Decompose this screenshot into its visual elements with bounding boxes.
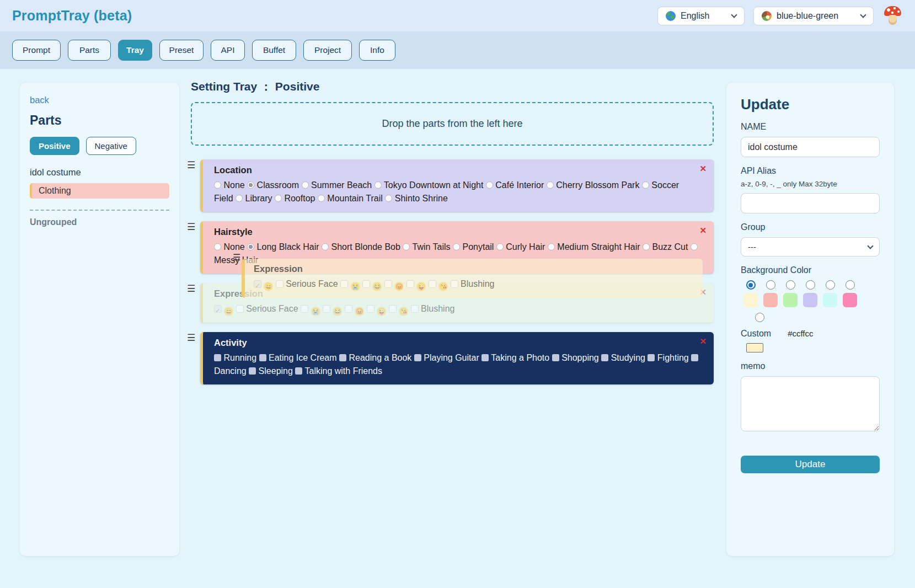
- checkbox-icon[interactable]: [601, 354, 608, 361]
- checkbox-icon[interactable]: [414, 354, 421, 361]
- remove-card-icon[interactable]: ✕: [699, 164, 707, 174]
- checkbox-icon[interactable]: [340, 280, 348, 288]
- theme-select[interactable]: blue-blue-green: [753, 7, 874, 25]
- memo-textarea[interactable]: [741, 376, 880, 431]
- radio-icon[interactable]: [247, 181, 254, 189]
- option[interactable]: None: [214, 180, 245, 190]
- part-item[interactable]: Clothing: [30, 183, 169, 199]
- positive-button[interactable]: Positive: [30, 137, 79, 155]
- option[interactable]: 😡: [345, 304, 364, 313]
- checkbox-icon[interactable]: [481, 354, 489, 361]
- option[interactable]: 😜: [406, 279, 426, 288]
- option[interactable]: Running: [214, 353, 256, 362]
- bg-color-radio[interactable]: [846, 280, 855, 290]
- option[interactable]: Shinto Shrine: [385, 194, 448, 203]
- option[interactable]: Sleeping: [249, 366, 293, 376]
- option[interactable]: Serious Face: [276, 279, 338, 288]
- checkbox-icon[interactable]: [339, 354, 346, 361]
- option[interactable]: Shopping: [552, 353, 599, 362]
- back-link[interactable]: back: [30, 95, 169, 105]
- option[interactable]: Fighting: [648, 353, 688, 362]
- drag-handle-icon[interactable]: ☰: [187, 333, 195, 343]
- radio-icon[interactable]: [214, 181, 221, 189]
- checkbox-icon[interactable]: [214, 354, 221, 361]
- checkbox-icon[interactable]: [301, 305, 308, 313]
- option[interactable]: Blushing: [451, 279, 495, 288]
- option[interactable]: 😄: [214, 304, 233, 313]
- radio-icon[interactable]: [548, 243, 555, 250]
- radio-icon[interactable]: [691, 243, 698, 250]
- radio-icon[interactable]: [322, 243, 329, 250]
- option[interactable]: Playing Guitar: [414, 353, 479, 362]
- checkbox-icon[interactable]: [236, 305, 244, 313]
- drag-handle-icon[interactable]: ☰: [187, 222, 195, 232]
- radio-icon[interactable]: [247, 243, 254, 250]
- radio-icon[interactable]: [547, 181, 554, 189]
- radio-icon[interactable]: [642, 181, 649, 189]
- checkbox-icon[interactable]: [552, 354, 559, 361]
- option[interactable]: 😂: [323, 304, 342, 313]
- checkbox-icon[interactable]: [345, 305, 352, 313]
- tab-parts[interactable]: Parts: [68, 40, 111, 61]
- option[interactable]: Mountain Trail: [318, 194, 383, 203]
- drag-handle-icon[interactable]: ☰: [187, 161, 195, 170]
- bg-color-radio[interactable]: [806, 280, 815, 290]
- radio-icon[interactable]: [403, 243, 410, 250]
- option[interactable]: Summer Beach: [302, 180, 372, 190]
- checkbox-icon[interactable]: [451, 280, 458, 288]
- radio-icon[interactable]: [643, 243, 650, 250]
- checkbox-icon[interactable]: [429, 280, 436, 288]
- radio-icon[interactable]: [302, 181, 309, 189]
- checkbox-icon[interactable]: [367, 305, 374, 313]
- checkbox-icon[interactable]: [295, 367, 302, 375]
- option[interactable]: Cherry Blossom Park: [547, 180, 640, 190]
- option[interactable]: None: [214, 242, 245, 252]
- option[interactable]: 😂: [362, 279, 382, 288]
- checkbox-icon[interactable]: [276, 280, 283, 288]
- name-input[interactable]: [741, 137, 880, 157]
- option[interactable]: Medium Straight Hair: [548, 242, 640, 252]
- custom-color-radio[interactable]: [755, 313, 764, 322]
- option[interactable]: Taking a Photo: [481, 353, 549, 362]
- group-select[interactable]: ---: [741, 237, 880, 256]
- api-alias-input[interactable]: [741, 193, 880, 213]
- tab-info[interactable]: Info: [359, 40, 395, 61]
- bg-color-radio[interactable]: [786, 280, 795, 290]
- tab-preset[interactable]: Preset: [159, 40, 204, 61]
- radio-icon[interactable]: [385, 195, 392, 202]
- option[interactable]: Buzz Cut: [643, 242, 688, 252]
- option[interactable]: 😘: [429, 279, 448, 288]
- bg-color-swatch[interactable]: [803, 293, 817, 307]
- option[interactable]: 😄: [254, 279, 273, 288]
- tab-api[interactable]: API: [211, 40, 245, 61]
- drag-handle-icon[interactable]: ☰: [233, 252, 240, 263]
- checkbox-icon[interactable]: [259, 354, 266, 361]
- option[interactable]: Tokyo Downtown at Night: [374, 180, 484, 190]
- bg-color-swatch[interactable]: [783, 293, 798, 307]
- checkbox-icon[interactable]: [384, 280, 392, 288]
- checkbox-icon[interactable]: [362, 280, 370, 288]
- radio-icon[interactable]: [486, 181, 493, 189]
- option[interactable]: Short Blonde Bob: [322, 242, 400, 252]
- bg-color-swatch[interactable]: [843, 293, 857, 307]
- option[interactable]: Classroom: [247, 180, 299, 190]
- radio-icon[interactable]: [453, 243, 460, 250]
- bg-color-swatch[interactable]: [743, 293, 758, 307]
- checkbox-icon[interactable]: [254, 280, 261, 288]
- option[interactable]: Talking with Friends: [295, 366, 382, 376]
- update-button[interactable]: Update: [741, 456, 880, 473]
- radio-icon[interactable]: [496, 243, 504, 250]
- radio-icon[interactable]: [374, 181, 382, 189]
- radio-icon[interactable]: [214, 243, 221, 250]
- custom-color-swatch[interactable]: [746, 343, 763, 352]
- bg-color-swatch[interactable]: [823, 293, 837, 307]
- option[interactable]: Long Black Hair: [247, 242, 319, 252]
- option[interactable]: Studying: [601, 353, 645, 362]
- drag-handle-icon[interactable]: ☰: [187, 284, 195, 293]
- language-select[interactable]: English: [657, 7, 745, 25]
- bg-color-swatch[interactable]: [763, 293, 778, 307]
- checkbox-icon[interactable]: [411, 305, 419, 313]
- option[interactable]: 😡: [384, 279, 404, 288]
- drop-zone[interactable]: Drop the parts from the left here: [191, 102, 714, 146]
- remove-card-icon[interactable]: ✕: [699, 226, 707, 236]
